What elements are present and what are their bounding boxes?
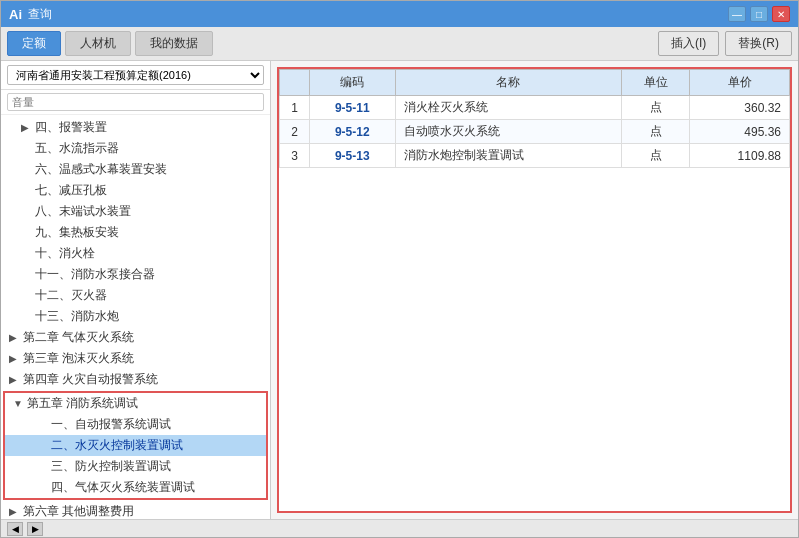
tree-item-t7[interactable]: 十、消火栓 (1, 243, 270, 264)
tree-label-ch5-2: 二、水灭火控制装置调试 (51, 437, 183, 454)
tree-item-ch5-4[interactable]: 四、气体灭火系统装置调试 (5, 477, 266, 498)
tree-item-ch5[interactable]: ▼ 第五章 消防系统调试 (5, 393, 266, 414)
tree-arrow-ch2: ▶ (9, 332, 21, 343)
cell-unit-2: 点 (622, 120, 690, 144)
tree-label-t8: 十一、消防水泵接合器 (35, 266, 155, 283)
tab-dinge[interactable]: 定额 (7, 31, 61, 56)
tree-item-t5[interactable]: 八、末端试水装置 (1, 201, 270, 222)
tree-item-ch2[interactable]: ▶ 第二章 气体灭火系统 (1, 327, 270, 348)
tree-item-ch4[interactable]: ▶ 第四章 火灾自动报警系统 (1, 369, 270, 390)
tree-label-t3: 六、温感式水幕装置安装 (35, 161, 167, 178)
tree-label-t2: 五、水流指示器 (35, 140, 119, 157)
title-bar-left: Ai 查询 (9, 6, 52, 23)
tree-label-t7: 十、消火栓 (35, 245, 95, 262)
col-header-num (280, 70, 310, 96)
tree-label-ch5-3: 三、防火控制装置调试 (51, 458, 171, 475)
table-header-row: 编码 名称 单位 单价 (280, 70, 790, 96)
toolbar: 定额 人材机 我的数据 插入(I) 替换(R) (1, 27, 798, 61)
tree-item-ch3[interactable]: ▶ 第三章 泡沫灭火系统 (1, 348, 270, 369)
chapter5-group: ▼ 第五章 消防系统调试 一、自动报警系统调试 二、水灭火控制装置调试 三、防火… (3, 391, 268, 500)
tree-label-ch5: 第五章 消防系统调试 (27, 395, 138, 412)
cell-num-2: 2 (280, 120, 310, 144)
cell-num-3: 3 (280, 144, 310, 168)
tree-label-t5: 八、末端试水装置 (35, 203, 131, 220)
right-panel: 编码 名称 单位 单价 1 9-5-11 消火栓灭火系统 点 360.32 (271, 61, 798, 519)
cell-code-3: 9-5-13 (310, 144, 396, 168)
tree-label-ch5-1: 一、自动报警系统调试 (51, 416, 171, 433)
cell-name-2: 自动喷水灭火系统 (395, 120, 622, 144)
cell-name-3: 消防水炮控制装置调试 (395, 144, 622, 168)
tree-arrow-t1: ▶ (21, 122, 33, 133)
tree-item-ch5-1[interactable]: 一、自动报警系统调试 (5, 414, 266, 435)
dropdown-row: 河南省通用安装工程预算定额(2016) (1, 61, 270, 90)
app-icon: Ai (9, 7, 22, 22)
scroll-left-btn[interactable]: ◀ (7, 522, 23, 536)
tree-label-ch6: 第六章 其他调整费用 (23, 503, 134, 519)
tree-area: ▶ 四、报警装置 五、水流指示器 六、温感式水幕装置安装 七、减压孔板 (1, 115, 270, 519)
scroll-right-btn[interactable]: ▶ (27, 522, 43, 536)
main-window: Ai 查询 — □ ✕ 定额 人材机 我的数据 插入(I) 替换(R) 河南省通… (0, 0, 799, 538)
cell-unit-3: 点 (622, 144, 690, 168)
table-row[interactable]: 1 9-5-11 消火栓灭火系统 点 360.32 (280, 96, 790, 120)
tree-item-t9[interactable]: 十二、灭火器 (1, 285, 270, 306)
tree-label-t4: 七、减压孔板 (35, 182, 107, 199)
content-area: 河南省通用安装工程预算定额(2016) ▶ 四、报警装置 五、水流指示器 六、温… (1, 61, 798, 519)
tree-label-ch2: 第二章 气体灭火系统 (23, 329, 134, 346)
table-row[interactable]: 3 9-5-13 消防水炮控制装置调试 点 1109.88 (280, 144, 790, 168)
tree-label-t10: 十三、消防水炮 (35, 308, 119, 325)
tree-label-t9: 十二、灭火器 (35, 287, 107, 304)
insert-button[interactable]: 插入(I) (658, 31, 719, 56)
col-header-name: 名称 (395, 70, 622, 96)
tree-item-t3[interactable]: 六、温感式水幕装置安装 (1, 159, 270, 180)
cell-price-3: 1109.88 (690, 144, 790, 168)
window-controls: — □ ✕ (728, 6, 790, 22)
tree-label-ch3: 第三章 泡沫灭火系统 (23, 350, 134, 367)
replace-button[interactable]: 替换(R) (725, 31, 792, 56)
tree-label-ch5-4: 四、气体灭火系统装置调试 (51, 479, 195, 496)
cell-code-2: 9-5-12 (310, 120, 396, 144)
tree-item-t6[interactable]: 九、集热板安装 (1, 222, 270, 243)
col-header-unit: 单位 (622, 70, 690, 96)
tab-rencaiji[interactable]: 人材机 (65, 31, 131, 56)
tree-arrow-ch4: ▶ (9, 374, 21, 385)
bottom-bar: ◀ ▶ (1, 519, 798, 537)
close-button[interactable]: ✕ (772, 6, 790, 22)
left-panel: 河南省通用安装工程预算定额(2016) ▶ 四、报警装置 五、水流指示器 六、温… (1, 61, 271, 519)
tree-item-t10[interactable]: 十三、消防水炮 (1, 306, 270, 327)
data-table: 编码 名称 单位 单价 1 9-5-11 消火栓灭火系统 点 360.32 (279, 69, 790, 168)
search-input[interactable] (7, 93, 264, 111)
tree-item-ch5-2[interactable]: 二、水灭火控制装置调试 (5, 435, 266, 456)
tree-label-t1: 四、报警装置 (35, 119, 107, 136)
tree-arrow-ch3: ▶ (9, 353, 21, 364)
bottom-scrollbar: ◀ ▶ (7, 522, 43, 536)
tree-item-ch5-3[interactable]: 三、防火控制装置调试 (5, 456, 266, 477)
cell-name-1: 消火栓灭火系统 (395, 96, 622, 120)
cell-num-1: 1 (280, 96, 310, 120)
tree-item-t1[interactable]: ▶ 四、报警装置 (1, 117, 270, 138)
region-dropdown[interactable]: 河南省通用安装工程预算定额(2016) (7, 65, 264, 85)
tree-arrow-ch5: ▼ (13, 398, 25, 409)
search-row (1, 90, 270, 115)
tree-arrow-ch6: ▶ (9, 506, 21, 517)
tree-item-t2[interactable]: 五、水流指示器 (1, 138, 270, 159)
right-action-buttons: 插入(I) 替换(R) (658, 31, 792, 56)
window-title: 查询 (28, 6, 52, 23)
cell-unit-1: 点 (622, 96, 690, 120)
tree-item-t8[interactable]: 十一、消防水泵接合器 (1, 264, 270, 285)
tree-item-ch6[interactable]: ▶ 第六章 其他调整费用 (1, 501, 270, 519)
table-container: 编码 名称 单位 单价 1 9-5-11 消火栓灭火系统 点 360.32 (277, 67, 792, 513)
minimize-button[interactable]: — (728, 6, 746, 22)
tab-mydata[interactable]: 我的数据 (135, 31, 213, 56)
tree-item-t4[interactable]: 七、减压孔板 (1, 180, 270, 201)
col-header-code: 编码 (310, 70, 396, 96)
col-header-price: 单价 (690, 70, 790, 96)
table-row[interactable]: 2 9-5-12 自动喷水灭火系统 点 495.36 (280, 120, 790, 144)
maximize-button[interactable]: □ (750, 6, 768, 22)
tree-label-ch4: 第四章 火灾自动报警系统 (23, 371, 158, 388)
tree-label-t6: 九、集热板安装 (35, 224, 119, 241)
cell-code-1: 9-5-11 (310, 96, 396, 120)
cell-price-1: 360.32 (690, 96, 790, 120)
title-bar: Ai 查询 — □ ✕ (1, 1, 798, 27)
cell-price-2: 495.36 (690, 120, 790, 144)
